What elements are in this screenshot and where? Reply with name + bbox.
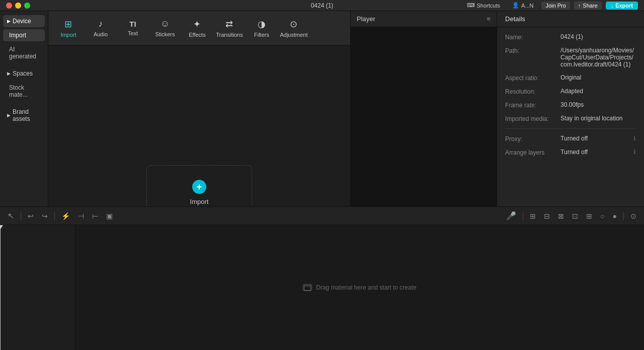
timeline-labels bbox=[0, 225, 75, 350]
timeline-tool-8[interactable]: ⊙ bbox=[628, 211, 639, 222]
join-pro-button[interactable]: Join Pro bbox=[541, 2, 570, 10]
detail-framerate-row: Frame rate: 30.00fps bbox=[505, 101, 636, 109]
toolbar-transitions[interactable]: ⇄ Transitions bbox=[214, 15, 245, 42]
user-avatar-icon: 👤 bbox=[512, 2, 519, 9]
timeline-tool-6[interactable]: ○ bbox=[598, 211, 607, 222]
timeline-toolbar: ↖ ↩ ↪ ⚡ ⊣ ⊢ ▣ 🎤 ⊞ ⊟ ⊠ ⊡ ⊞ ○ ● ⊙ bbox=[0, 207, 644, 225]
toolbar-audio[interactable]: ♪ Audio bbox=[86, 15, 116, 42]
join-pro-label: Join Pro bbox=[545, 3, 566, 9]
toolbar-audio-label: Audio bbox=[94, 31, 108, 37]
sidebar-item-import-label: Import bbox=[9, 32, 26, 39]
sidebar-item-ai-generated[interactable]: AI generated bbox=[3, 43, 45, 62]
cursor-tool[interactable]: ↖ bbox=[5, 209, 17, 222]
audio-icon: ♪ bbox=[98, 19, 103, 29]
transitions-icon: ⇄ bbox=[225, 19, 233, 30]
sidebar-item-stock-mate-label: Stock mate... bbox=[9, 84, 28, 98]
chevron-right-icon-brand: ▶ bbox=[7, 113, 11, 118]
detail-resolution-row: Resolution: Adapted bbox=[505, 88, 636, 95]
detail-proxy-value: Turned off bbox=[560, 135, 631, 142]
sidebar-section-device[interactable]: ▶ Device bbox=[3, 15, 45, 27]
toolbar-effects[interactable]: ✦ Effects bbox=[182, 15, 212, 42]
timeline-content: Drag material here and start to create bbox=[0, 225, 644, 350]
toolbar-adjustment[interactable]: ⊙ Adjustment bbox=[279, 15, 309, 42]
toolbar-transitions-label: Transitions bbox=[216, 32, 243, 38]
import-plus-icon: + bbox=[192, 180, 206, 194]
title-bar: 0424 (1) ⌨ Shortcuts 👤 A...N Join Pro ↑ … bbox=[0, 0, 644, 11]
proxy-info-icon[interactable]: ℹ bbox=[633, 135, 636, 142]
sidebar-item-import[interactable]: Import bbox=[3, 29, 45, 41]
details-header: Details bbox=[497, 11, 644, 27]
timeline-tool-5[interactable]: ⊞ bbox=[584, 211, 595, 222]
toolbar-text[interactable]: TI Text bbox=[118, 15, 148, 42]
timeline-drop-area[interactable]: Drag material here and start to create bbox=[75, 225, 644, 350]
sidebar-section-brand-assets[interactable]: ▶ Brand assets bbox=[3, 106, 45, 125]
sidebar-section-spaces[interactable]: ▶ Spaces bbox=[3, 67, 45, 80]
timeline-tool-3[interactable]: ⊠ bbox=[555, 211, 567, 222]
detail-arrange-layers-row: Arrange layers Turned off ℹ bbox=[505, 149, 636, 156]
toolbar-import[interactable]: ⊞ Import bbox=[53, 15, 84, 42]
toolbar-filters[interactable]: ◑ Filters bbox=[247, 15, 277, 42]
arrange-layers-info-icon[interactable]: ℹ bbox=[633, 149, 636, 156]
timeline-area: ↖ ↩ ↪ ⚡ ⊣ ⊢ ▣ 🎤 ⊞ ⊟ ⊠ ⊡ ⊞ ○ ● ⊙ bbox=[0, 206, 644, 350]
mic-button[interactable]: 🎤 bbox=[504, 209, 519, 222]
trim-end-tool[interactable]: ⊢ bbox=[90, 211, 101, 222]
minimize-button[interactable] bbox=[15, 3, 21, 9]
trim-start-tool[interactable]: ⊣ bbox=[75, 211, 87, 222]
detail-framerate-label: Frame rate: bbox=[505, 101, 560, 109]
toolbar-stickers[interactable]: ☺ Stickers bbox=[150, 15, 180, 42]
chevron-right-icon-spaces: ▶ bbox=[7, 71, 11, 76]
detail-path-row: Path: /Users/yanhuarong/Movies/CapCut/Us… bbox=[505, 47, 636, 68]
player-menu-icon[interactable]: ≡ bbox=[487, 15, 491, 23]
toolbar-import-label: Import bbox=[60, 32, 76, 38]
detail-proxy-label: Proxy: bbox=[505, 135, 560, 143]
export-button[interactable]: ↓ Export bbox=[606, 2, 638, 10]
detail-framerate-value: 30.00fps bbox=[560, 101, 636, 108]
share-label: Share bbox=[583, 3, 597, 9]
detail-arrange-layers-label: Arrange layers bbox=[505, 149, 560, 156]
redo-tool[interactable]: ↪ bbox=[39, 211, 50, 222]
export-icon: ↓ bbox=[611, 3, 614, 9]
timeline-placeholder-icon bbox=[303, 284, 312, 291]
detail-name-label: Name: bbox=[505, 33, 560, 41]
detail-proxy-row: Proxy: Turned off ℹ bbox=[505, 135, 636, 143]
sidebar-section-brand-assets-label: Brand assets bbox=[13, 108, 41, 122]
close-button[interactable] bbox=[6, 3, 12, 9]
player-header: Player ≡ bbox=[351, 11, 497, 27]
detail-aspect-value: Original bbox=[560, 74, 636, 81]
detail-name-value: 0424 (1) bbox=[560, 33, 636, 40]
share-button[interactable]: ↑ Share bbox=[574, 2, 602, 10]
share-icon: ↑ bbox=[578, 3, 581, 9]
toolbar-text-label: Text bbox=[128, 30, 138, 36]
detail-imported-media-value: Stay in original location bbox=[560, 115, 636, 122]
export-label: Export bbox=[615, 3, 633, 9]
toolbar-filters-label: Filters bbox=[254, 32, 269, 38]
shortcuts-button[interactable]: ⌨ Shortcuts bbox=[463, 1, 504, 10]
undo-tool[interactable]: ↩ bbox=[25, 211, 36, 222]
tl-divider-2 bbox=[54, 212, 55, 220]
tl-divider-3 bbox=[523, 212, 523, 220]
details-title: Details bbox=[505, 15, 525, 23]
player-title: Player bbox=[357, 15, 375, 23]
import-box-label: Import bbox=[190, 198, 209, 205]
detail-arrange-layers-value: Turned off bbox=[560, 149, 631, 156]
crop-tool[interactable]: ▣ bbox=[104, 211, 115, 222]
chevron-right-icon: ▶ bbox=[7, 19, 11, 24]
detail-aspect-row: Aspect ratio: Original bbox=[505, 74, 636, 82]
user-button[interactable]: 👤 A...N bbox=[508, 1, 537, 10]
timeline-tool-1[interactable]: ⊞ bbox=[527, 211, 538, 222]
timeline-tool-7[interactable]: ● bbox=[610, 211, 619, 222]
timeline-right-tools: 🎤 ⊞ ⊟ ⊠ ⊡ ⊞ ○ ● ⊙ bbox=[504, 209, 639, 222]
timeline-tool-4[interactable]: ⊡ bbox=[570, 211, 581, 222]
detail-resolution-label: Resolution: bbox=[505, 88, 560, 95]
timeline-tool-2[interactable]: ⊟ bbox=[541, 211, 552, 222]
text-icon: TI bbox=[129, 20, 136, 28]
split-tool[interactable]: ⚡ bbox=[59, 211, 72, 222]
sidebar-section-device-label: Device bbox=[13, 18, 31, 25]
sidebar-section-spaces-label: Spaces bbox=[13, 70, 33, 77]
detail-path-value: /Users/yanhuarong/Movies/CapCut/UserData… bbox=[560, 47, 636, 68]
import-icon: ⊞ bbox=[64, 19, 72, 30]
detail-imported-media-label: Imported media: bbox=[505, 115, 560, 122]
tl-divider-4 bbox=[623, 212, 624, 220]
sidebar-item-stock-mate[interactable]: Stock mate... bbox=[3, 82, 45, 101]
maximize-button[interactable] bbox=[24, 3, 30, 9]
